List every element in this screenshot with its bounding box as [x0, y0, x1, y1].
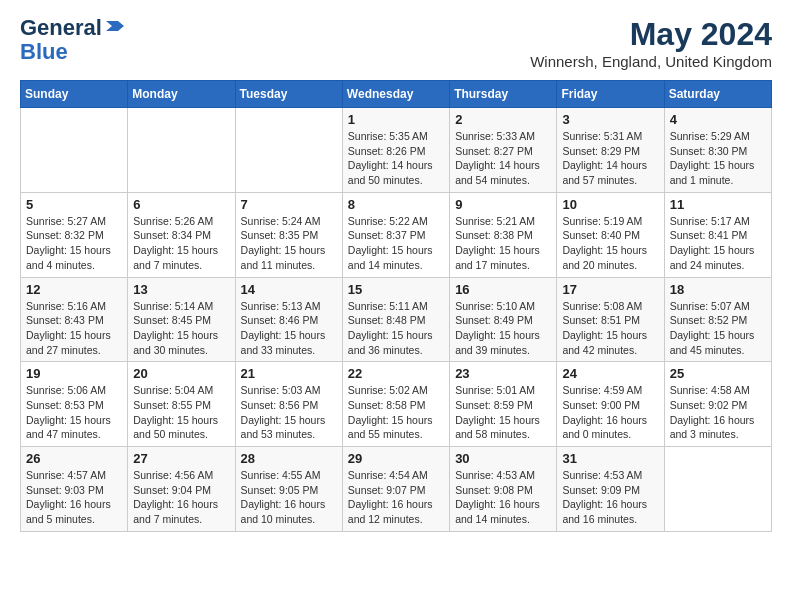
day-info: Sunrise: 5:35 AM Sunset: 8:26 PM Dayligh… [348, 129, 444, 188]
calendar-cell: 7Sunrise: 5:24 AM Sunset: 8:35 PM Daylig… [235, 192, 342, 277]
day-info: Sunrise: 5:14 AM Sunset: 8:45 PM Dayligh… [133, 299, 229, 358]
weekday-header-row: SundayMondayTuesdayWednesdayThursdayFrid… [21, 81, 772, 108]
calendar-cell: 5Sunrise: 5:27 AM Sunset: 8:32 PM Daylig… [21, 192, 128, 277]
day-number: 30 [455, 451, 551, 466]
calendar-cell: 1Sunrise: 5:35 AM Sunset: 8:26 PM Daylig… [342, 108, 449, 193]
subtitle: Winnersh, England, United Kingdom [530, 53, 772, 70]
day-info: Sunrise: 4:53 AM Sunset: 9:09 PM Dayligh… [562, 468, 658, 527]
calendar-cell: 18Sunrise: 5:07 AM Sunset: 8:52 PM Dayli… [664, 277, 771, 362]
day-info: Sunrise: 5:26 AM Sunset: 8:34 PM Dayligh… [133, 214, 229, 273]
weekday-header-thursday: Thursday [450, 81, 557, 108]
day-number: 18 [670, 282, 766, 297]
day-info: Sunrise: 5:17 AM Sunset: 8:41 PM Dayligh… [670, 214, 766, 273]
day-info: Sunrise: 5:24 AM Sunset: 8:35 PM Dayligh… [241, 214, 337, 273]
day-number: 12 [26, 282, 122, 297]
day-number: 9 [455, 197, 551, 212]
calendar-cell: 31Sunrise: 4:53 AM Sunset: 9:09 PM Dayli… [557, 447, 664, 532]
calendar-cell: 24Sunrise: 4:59 AM Sunset: 9:00 PM Dayli… [557, 362, 664, 447]
day-number: 13 [133, 282, 229, 297]
day-number: 11 [670, 197, 766, 212]
day-number: 24 [562, 366, 658, 381]
calendar-week-row: 5Sunrise: 5:27 AM Sunset: 8:32 PM Daylig… [21, 192, 772, 277]
day-info: Sunrise: 5:22 AM Sunset: 8:37 PM Dayligh… [348, 214, 444, 273]
calendar-cell: 10Sunrise: 5:19 AM Sunset: 8:40 PM Dayli… [557, 192, 664, 277]
day-number: 29 [348, 451, 444, 466]
day-info: Sunrise: 4:59 AM Sunset: 9:00 PM Dayligh… [562, 383, 658, 442]
calendar-cell: 22Sunrise: 5:02 AM Sunset: 8:58 PM Dayli… [342, 362, 449, 447]
calendar-cell: 19Sunrise: 5:06 AM Sunset: 8:53 PM Dayli… [21, 362, 128, 447]
day-number: 16 [455, 282, 551, 297]
weekday-header-saturday: Saturday [664, 81, 771, 108]
logo-arrow-icon [104, 15, 126, 37]
logo-text: General [20, 16, 102, 40]
day-number: 31 [562, 451, 658, 466]
day-number: 15 [348, 282, 444, 297]
calendar-cell: 11Sunrise: 5:17 AM Sunset: 8:41 PM Dayli… [664, 192, 771, 277]
calendar-week-row: 26Sunrise: 4:57 AM Sunset: 9:03 PM Dayli… [21, 447, 772, 532]
calendar-cell: 21Sunrise: 5:03 AM Sunset: 8:56 PM Dayli… [235, 362, 342, 447]
day-info: Sunrise: 4:54 AM Sunset: 9:07 PM Dayligh… [348, 468, 444, 527]
day-number: 10 [562, 197, 658, 212]
calendar-cell: 30Sunrise: 4:53 AM Sunset: 9:08 PM Dayli… [450, 447, 557, 532]
calendar-cell: 8Sunrise: 5:22 AM Sunset: 8:37 PM Daylig… [342, 192, 449, 277]
calendar-week-row: 1Sunrise: 5:35 AM Sunset: 8:26 PM Daylig… [21, 108, 772, 193]
day-number: 23 [455, 366, 551, 381]
calendar-cell [128, 108, 235, 193]
calendar-cell: 6Sunrise: 5:26 AM Sunset: 8:34 PM Daylig… [128, 192, 235, 277]
day-number: 28 [241, 451, 337, 466]
calendar-cell: 15Sunrise: 5:11 AM Sunset: 8:48 PM Dayli… [342, 277, 449, 362]
day-info: Sunrise: 5:31 AM Sunset: 8:29 PM Dayligh… [562, 129, 658, 188]
day-info: Sunrise: 5:33 AM Sunset: 8:27 PM Dayligh… [455, 129, 551, 188]
calendar-cell: 23Sunrise: 5:01 AM Sunset: 8:59 PM Dayli… [450, 362, 557, 447]
day-info: Sunrise: 4:53 AM Sunset: 9:08 PM Dayligh… [455, 468, 551, 527]
day-number: 3 [562, 112, 658, 127]
day-number: 21 [241, 366, 337, 381]
day-number: 22 [348, 366, 444, 381]
weekday-header-tuesday: Tuesday [235, 81, 342, 108]
calendar-cell: 9Sunrise: 5:21 AM Sunset: 8:38 PM Daylig… [450, 192, 557, 277]
calendar-cell: 29Sunrise: 4:54 AM Sunset: 9:07 PM Dayli… [342, 447, 449, 532]
weekday-header-sunday: Sunday [21, 81, 128, 108]
day-number: 19 [26, 366, 122, 381]
calendar-cell: 12Sunrise: 5:16 AM Sunset: 8:43 PM Dayli… [21, 277, 128, 362]
calendar-cell: 13Sunrise: 5:14 AM Sunset: 8:45 PM Dayli… [128, 277, 235, 362]
day-number: 17 [562, 282, 658, 297]
calendar-cell: 27Sunrise: 4:56 AM Sunset: 9:04 PM Dayli… [128, 447, 235, 532]
weekday-header-monday: Monday [128, 81, 235, 108]
logo-blue: Blue [20, 40, 68, 64]
day-number: 5 [26, 197, 122, 212]
day-info: Sunrise: 5:19 AM Sunset: 8:40 PM Dayligh… [562, 214, 658, 273]
main-title: May 2024 [530, 16, 772, 53]
day-number: 4 [670, 112, 766, 127]
day-info: Sunrise: 5:29 AM Sunset: 8:30 PM Dayligh… [670, 129, 766, 188]
logo: General Blue [20, 16, 126, 64]
day-number: 1 [348, 112, 444, 127]
day-info: Sunrise: 5:27 AM Sunset: 8:32 PM Dayligh… [26, 214, 122, 273]
day-info: Sunrise: 5:03 AM Sunset: 8:56 PM Dayligh… [241, 383, 337, 442]
day-info: Sunrise: 5:08 AM Sunset: 8:51 PM Dayligh… [562, 299, 658, 358]
calendar-cell [21, 108, 128, 193]
calendar-table: SundayMondayTuesdayWednesdayThursdayFrid… [20, 80, 772, 532]
calendar-week-row: 19Sunrise: 5:06 AM Sunset: 8:53 PM Dayli… [21, 362, 772, 447]
day-number: 14 [241, 282, 337, 297]
calendar-cell [664, 447, 771, 532]
calendar-cell: 20Sunrise: 5:04 AM Sunset: 8:55 PM Dayli… [128, 362, 235, 447]
calendar-cell: 2Sunrise: 5:33 AM Sunset: 8:27 PM Daylig… [450, 108, 557, 193]
day-number: 6 [133, 197, 229, 212]
day-info: Sunrise: 5:11 AM Sunset: 8:48 PM Dayligh… [348, 299, 444, 358]
day-info: Sunrise: 5:02 AM Sunset: 8:58 PM Dayligh… [348, 383, 444, 442]
calendar-cell: 14Sunrise: 5:13 AM Sunset: 8:46 PM Dayli… [235, 277, 342, 362]
calendar-cell: 4Sunrise: 5:29 AM Sunset: 8:30 PM Daylig… [664, 108, 771, 193]
day-info: Sunrise: 4:56 AM Sunset: 9:04 PM Dayligh… [133, 468, 229, 527]
day-number: 2 [455, 112, 551, 127]
weekday-header-friday: Friday [557, 81, 664, 108]
calendar-cell: 25Sunrise: 4:58 AM Sunset: 9:02 PM Dayli… [664, 362, 771, 447]
day-number: 20 [133, 366, 229, 381]
day-number: 27 [133, 451, 229, 466]
calendar-cell: 3Sunrise: 5:31 AM Sunset: 8:29 PM Daylig… [557, 108, 664, 193]
calendar-week-row: 12Sunrise: 5:16 AM Sunset: 8:43 PM Dayli… [21, 277, 772, 362]
day-info: Sunrise: 4:57 AM Sunset: 9:03 PM Dayligh… [26, 468, 122, 527]
calendar-cell: 28Sunrise: 4:55 AM Sunset: 9:05 PM Dayli… [235, 447, 342, 532]
day-info: Sunrise: 5:04 AM Sunset: 8:55 PM Dayligh… [133, 383, 229, 442]
day-info: Sunrise: 5:01 AM Sunset: 8:59 PM Dayligh… [455, 383, 551, 442]
